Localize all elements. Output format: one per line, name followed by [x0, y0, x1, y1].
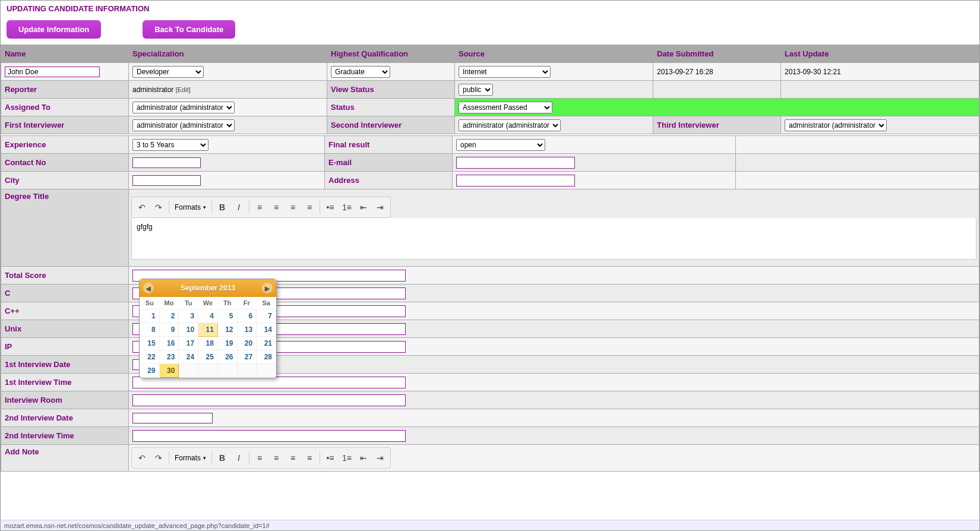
cal-day[interactable]: 7 [257, 309, 276, 323]
cal-day[interactable]: 30 [159, 364, 179, 378]
cal-dow: We [198, 297, 218, 309]
email-input[interactable] [456, 157, 575, 169]
cal-dow: Th [217, 297, 237, 309]
cal-prev-icon[interactable]: ◀ [143, 283, 154, 293]
city-input[interactable] [132, 175, 201, 186]
qual-select[interactable]: Graduate [331, 66, 390, 78]
cal-day[interactable]: 26 [217, 350, 237, 364]
lbl-viewstatus: View Status [327, 81, 455, 99]
cal-day[interactable]: 22 [140, 350, 160, 364]
indent-icon[interactable]: ⇥ [372, 450, 388, 466]
cal-dow: Tu [179, 297, 198, 309]
italic-icon[interactable]: I [230, 199, 247, 216]
d2-input[interactable] [132, 413, 213, 423]
lbl-status: Status [327, 99, 455, 116]
cal-day[interactable]: 17 [179, 337, 198, 350]
exp-select[interactable]: 3 to 5 Years [132, 139, 208, 151]
redo-icon[interactable]: ↷ [150, 199, 167, 216]
firstint-select[interactable]: administrator (administrator) [132, 119, 235, 131]
cal-day[interactable]: 28 [257, 350, 276, 364]
bullet-list-icon[interactable]: •≡ [322, 450, 339, 466]
cal-day[interactable]: 3 [179, 309, 198, 323]
cal-day[interactable]: 20 [237, 337, 257, 350]
viewstatus-select[interactable]: public [459, 84, 493, 96]
align-justify-icon[interactable]: ≡ [301, 450, 318, 466]
lbl-secondint: Second Interviewer [327, 116, 455, 134]
lbl-cpp: C++ [1, 302, 129, 320]
cal-day[interactable]: 27 [237, 350, 257, 364]
cal-day[interactable]: 13 [237, 323, 257, 337]
outdent-icon[interactable]: ⇤ [355, 450, 372, 466]
back-button[interactable]: Back To Candidate [143, 20, 235, 39]
t2-input[interactable] [132, 430, 406, 442]
status-bar: mozart.emea.nsn-net.net/cosmos/candidate… [1, 520, 979, 530]
col-name: Name [1, 45, 129, 63]
cal-day[interactable]: 8 [140, 323, 160, 337]
cal-day[interactable]: 6 [237, 309, 257, 323]
cal-day[interactable]: 10 [179, 323, 198, 337]
source-select[interactable]: Internet [459, 66, 551, 78]
contact-input[interactable] [132, 157, 201, 168]
cal-dow: Fr [237, 297, 257, 309]
align-right-icon[interactable]: ≡ [284, 199, 301, 216]
cal-day[interactable]: 19 [217, 337, 237, 350]
undo-icon[interactable]: ↶ [134, 199, 150, 216]
cal-day [198, 364, 218, 378]
formats-dropdown[interactable]: Formats▾ [171, 451, 210, 464]
cal-dow: Mo [159, 297, 179, 309]
cal-day[interactable]: 29 [140, 364, 160, 378]
name-input[interactable] [5, 67, 100, 77]
align-justify-icon[interactable]: ≡ [301, 199, 318, 216]
lbl-d2: 2nd Interview Date [1, 409, 129, 427]
lbl-note: Add Note [1, 445, 129, 472]
align-center-icon[interactable]: ≡ [268, 199, 284, 216]
update-button[interactable]: Update Information [7, 20, 101, 39]
cal-day[interactable]: 24 [179, 350, 198, 364]
cal-day[interactable]: 21 [257, 337, 276, 350]
align-left-icon[interactable]: ≡ [251, 450, 268, 466]
degree-editor[interactable]: gfgfg [131, 218, 976, 260]
align-right-icon[interactable]: ≡ [284, 450, 301, 466]
cal-day[interactable]: 9 [159, 323, 179, 337]
indent-icon[interactable]: ⇥ [372, 199, 388, 216]
redo-icon[interactable]: ↷ [150, 450, 167, 466]
cal-day[interactable]: 5 [217, 309, 237, 323]
final-select[interactable]: open [456, 139, 545, 151]
formats-dropdown[interactable]: Formats▾ [171, 201, 210, 214]
cal-day[interactable]: 18 [198, 337, 218, 350]
align-left-icon[interactable]: ≡ [251, 199, 268, 216]
address-input[interactable] [456, 175, 575, 187]
bold-icon[interactable]: B [214, 199, 230, 216]
cal-day[interactable]: 23 [159, 350, 179, 364]
cal-day[interactable]: 12 [217, 323, 237, 337]
outdent-icon[interactable]: ⇤ [355, 199, 372, 216]
cal-day [257, 364, 276, 378]
number-list-icon[interactable]: 1≡ [339, 199, 355, 216]
bullet-list-icon[interactable]: •≡ [322, 199, 339, 216]
number-list-icon[interactable]: 1≡ [339, 450, 355, 466]
undo-icon[interactable]: ↶ [134, 450, 150, 466]
assigned-select[interactable]: administrator (administrator) [132, 102, 235, 113]
status-select[interactable]: Assessment Passed [459, 102, 552, 113]
align-center-icon[interactable]: ≡ [268, 450, 284, 466]
spec-select[interactable]: Developer [132, 66, 204, 78]
thirdint-select[interactable]: administrator (administrator) [785, 119, 887, 131]
cal-day[interactable]: 14 [257, 323, 276, 337]
rich-text-toolbar: ↶ ↷ Formats▾ B I ≡ ≡ ≡ ≡ •≡ 1≡ ⇤ ⇥ [131, 197, 391, 218]
cal-day[interactable]: 16 [159, 337, 179, 350]
cal-day[interactable]: 1 [140, 309, 160, 323]
lbl-d1: 1st Interview Date [1, 356, 129, 374]
cal-day[interactable]: 4 [198, 309, 218, 323]
cal-day[interactable]: 15 [140, 337, 160, 350]
bold-icon[interactable]: B [214, 450, 230, 466]
cal-day[interactable]: 2 [159, 309, 179, 323]
cal-day[interactable]: 25 [198, 350, 218, 364]
date-picker[interactable]: ◀ September 2013 ▶ SuMoTuWeThFrSa 123456… [139, 279, 277, 378]
edit-link[interactable]: [Edit] [176, 86, 191, 93]
italic-icon[interactable]: I [230, 450, 247, 466]
cal-day[interactable]: 11 [198, 323, 218, 337]
lbl-room: Interview Room [1, 391, 129, 409]
room-input[interactable] [132, 394, 406, 406]
cal-next-icon[interactable]: ▶ [262, 283, 273, 293]
secondint-select[interactable]: administrator (administrator) [459, 119, 561, 131]
